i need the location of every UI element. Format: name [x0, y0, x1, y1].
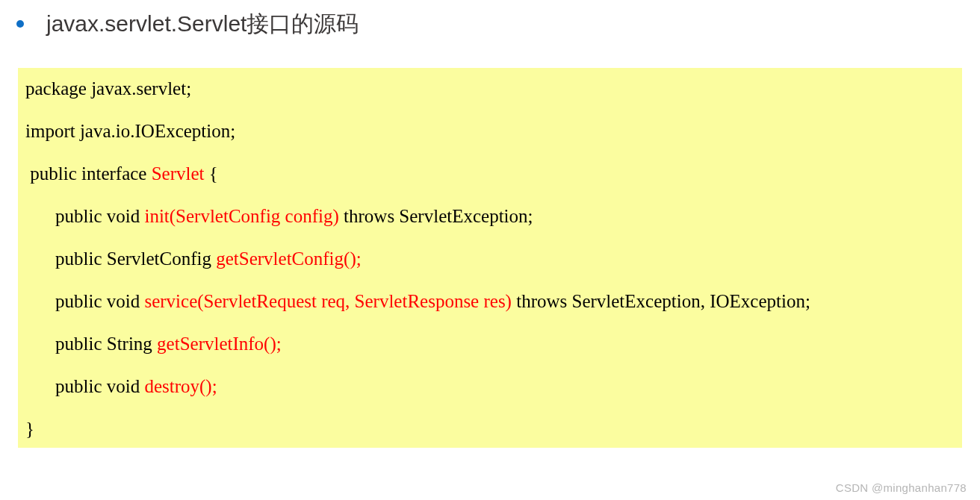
code-line-getconfig: public ServletConfig getServletConfig(); [25, 246, 955, 272]
code-text: public void [55, 376, 144, 396]
code-text: public void [55, 291, 144, 311]
code-line-import: import java.io.IOException; [25, 118, 955, 144]
code-text: public interface [25, 163, 152, 184]
code-line-package: package javax.servlet; [25, 75, 955, 101]
code-method: getServletInfo(); [157, 334, 282, 354]
heading-text: javax.servlet.Servlet接口的源码 [46, 9, 359, 40]
code-line-init: public void init(ServletConfig config) t… [25, 203, 955, 229]
watermark: CSDN @minghanhan778 [836, 481, 967, 494]
code-text: public ServletConfig [55, 249, 216, 269]
bullet-icon [16, 20, 24, 28]
code-text: throws ServletException, IOException; [512, 291, 810, 311]
code-line-service: public void service(ServletRequest req, … [25, 288, 955, 314]
code-text: { [205, 163, 218, 184]
code-text: public void [55, 206, 144, 226]
code-line-destroy: public void destroy(); [25, 373, 955, 399]
code-text: throws ServletException; [339, 206, 533, 226]
code-method: init(ServletConfig config) [144, 206, 338, 226]
heading-row: javax.servlet.Servlet接口的源码 [0, 0, 980, 40]
code-line-interface: public interface Servlet { [25, 160, 955, 187]
code-text: public String [55, 334, 157, 354]
code-classname: Servlet [152, 163, 205, 184]
code-method: destroy(); [144, 376, 217, 396]
code-line-getinfo: public String getServletInfo(); [25, 331, 955, 357]
code-method: service(ServletRequest req, ServletRespo… [144, 291, 512, 311]
code-line-close: } [25, 416, 955, 442]
code-method: getServletConfig(); [216, 249, 361, 269]
code-block: package javax.servlet; import java.io.IO… [18, 68, 962, 448]
